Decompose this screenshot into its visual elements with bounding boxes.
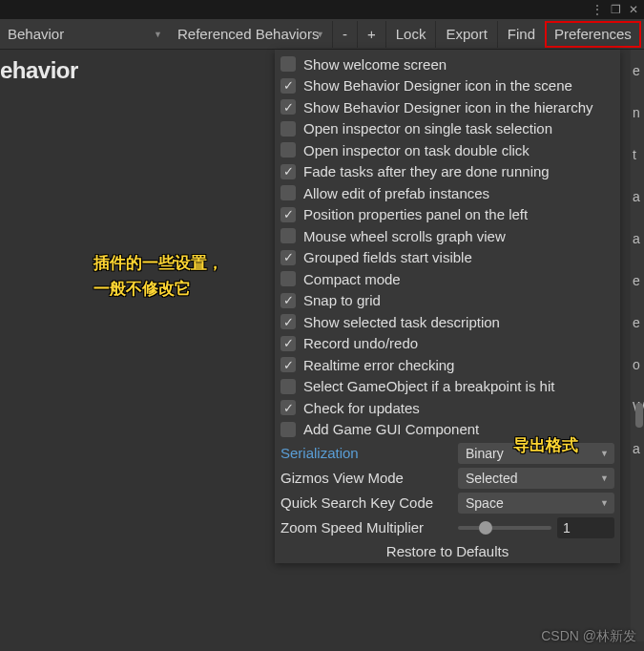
pref-row: Grouped fields start visible (280, 247, 614, 269)
serialization-label[interactable]: Serialization (280, 445, 458, 461)
plus-button[interactable]: + (357, 21, 385, 48)
referenced-behaviors-dropdown[interactable]: Referenced Behaviors ▼ (170, 19, 332, 49)
quicksearch-value: Space (466, 495, 504, 511)
checkbox-label: Open inspector on single task selection (303, 120, 552, 136)
checkbox[interactable] (280, 207, 296, 222)
watermark: CSDN @林新发 (541, 628, 636, 645)
annotation-export-format: 导出格式 (513, 434, 578, 456)
find-button[interactable]: Find (497, 21, 545, 48)
checkbox-label: Show selected task description (303, 314, 500, 330)
checkbox[interactable] (280, 293, 296, 308)
gizmos-value: Selected (466, 471, 517, 486)
slider-thumb[interactable] (479, 521, 492, 535)
pref-row: Realtime error checking (280, 354, 614, 376)
preferences-button[interactable]: Preferences (545, 21, 641, 48)
pref-row: Show Behavior Designer icon in the hiera… (280, 96, 614, 118)
export-button[interactable]: Export (435, 21, 496, 48)
behavior-dropdown[interactable]: Behavior ▼ (0, 19, 170, 49)
checkbox-label: Fade tasks after they are done running (303, 163, 550, 179)
canvas-area[interactable]: ehavior 插件的一些设置， 一般不修改它 (0, 50, 277, 651)
zoom-slider[interactable] (458, 526, 551, 530)
chevron-down-icon: ▼ (600, 473, 609, 483)
checkbox-label: Grouped fields start visible (303, 249, 472, 265)
checkbox-label: Record undo/redo (303, 335, 418, 351)
checkbox[interactable] (280, 422, 296, 437)
annotation-settings: 插件的一些设置， 一般不修改它 (93, 250, 223, 302)
checkbox[interactable] (280, 336, 296, 351)
checkbox-label: Add Game GUI Component (303, 421, 479, 437)
checkbox-label: Open inspector on task double click (303, 142, 530, 158)
pref-row: Snap to grid (280, 290, 614, 312)
checkbox[interactable] (280, 228, 296, 243)
checkbox-label: Show Behavior Designer icon in the scene (303, 77, 572, 94)
restore-defaults-button[interactable]: Restore to Defaults (280, 539, 614, 559)
checkbox[interactable] (280, 121, 296, 136)
scrollbar-thumb[interactable] (635, 403, 643, 428)
gizmos-select[interactable]: Selected ▼ (458, 468, 614, 489)
checkbox[interactable] (280, 379, 296, 394)
checkbox[interactable] (280, 78, 296, 94)
checkbox-label: Select GameObject if a breakpoint is hit (303, 378, 554, 394)
chevron-down-icon: ▼ (316, 30, 324, 39)
checkbox-label: Allow edit of prefab instances (303, 185, 489, 201)
window-titlebar: ⋮ ❐ ✕ (0, 0, 644, 19)
zoom-input[interactable]: 1 (557, 517, 614, 538)
checkbox-label: Position properties panel on the left (303, 206, 528, 222)
checkbox[interactable] (280, 56, 296, 72)
toolbar: Behavior ▼ Referenced Behaviors ▼ - + Lo… (0, 19, 644, 50)
checkbox-label: Mouse wheel scrolls graph view (303, 228, 506, 244)
checkbox-label: Realtime error checking (303, 357, 454, 373)
referenced-dropdown-label: Referenced Behaviors (177, 26, 319, 42)
checkbox-label: Show welcome screen (303, 56, 447, 73)
pref-row: Check for updates (280, 397, 614, 419)
pref-row: Allow edit of prefab instances (280, 182, 614, 204)
pref-row: Show selected task description (280, 311, 614, 333)
chevron-down-icon: ▼ (600, 449, 609, 458)
pref-row: Open inspector on single task selection (280, 118, 614, 140)
preferences-panel: Show welcome screenShow Behavior Designe… (275, 50, 620, 563)
scrollbar[interactable] (634, 50, 644, 536)
menu-icon[interactable]: ⋮ (592, 3, 603, 16)
behavior-dropdown-label: Behavior (8, 26, 64, 42)
checkbox-label: Snap to grid (303, 292, 381, 308)
checkbox[interactable] (280, 400, 296, 415)
serialization-value: Binary (466, 446, 504, 461)
checkbox-label: Show Behavior Designer icon in the hiera… (303, 99, 593, 116)
close-icon[interactable]: ✕ (629, 3, 638, 16)
lock-button[interactable]: Lock (385, 21, 436, 48)
zoom-label: Zoom Speed Multiplier (280, 519, 458, 536)
checkbox-label: Check for updates (303, 400, 420, 416)
checkbox[interactable] (280, 142, 296, 158)
quicksearch-select[interactable]: Space ▼ (458, 493, 614, 514)
pref-row: Fade tasks after they are done running (280, 161, 614, 183)
minus-button[interactable]: - (332, 21, 357, 48)
maximize-icon[interactable]: ❐ (611, 3, 621, 16)
chevron-down-icon: ▼ (600, 498, 609, 508)
checkbox-label: Compact mode (303, 271, 401, 287)
checkbox[interactable] (280, 314, 296, 329)
pref-row: Compact mode (280, 268, 614, 290)
gizmos-label: Gizmos View Mode (280, 470, 458, 486)
checkbox[interactable] (280, 99, 296, 115)
pref-row: Select GameObject if a breakpoint is hit (280, 376, 614, 398)
quicksearch-label: Quick Search Key Code (280, 494, 458, 511)
checkbox[interactable] (280, 271, 296, 286)
pref-row: Record undo/redo (280, 333, 614, 355)
pref-row: Show welcome screen (280, 53, 614, 75)
pref-row: Position properties panel on the left (280, 204, 614, 226)
pref-row: Show Behavior Designer icon in the scene (280, 75, 614, 97)
pref-row: Open inspector on task double click (280, 139, 614, 161)
checkbox[interactable] (280, 250, 296, 265)
page-title: ehavior (0, 50, 277, 84)
chevron-down-icon: ▼ (154, 30, 162, 39)
pref-row: Mouse wheel scrolls graph view (280, 225, 614, 247)
checkbox[interactable] (280, 185, 296, 200)
checkbox[interactable] (280, 357, 296, 372)
checkbox[interactable] (280, 164, 296, 179)
